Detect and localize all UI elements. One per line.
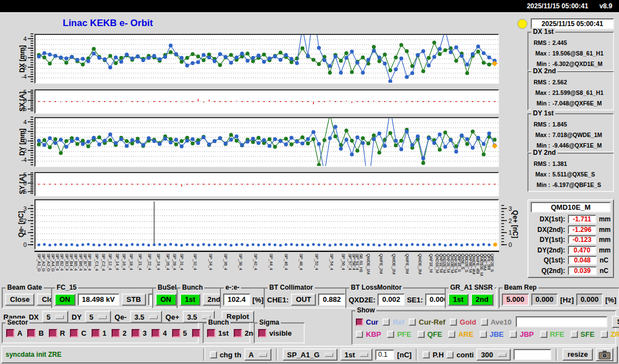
checkbox-icon: [192, 329, 200, 337]
x-tick-label-qwfe-3m: QWFE_3M: [405, 254, 409, 274]
toggle-sector-3[interactable]: 3: [132, 329, 147, 337]
sp-select-option[interactable]: SP_A1_G: [283, 348, 338, 361]
checkbox-icon: [571, 331, 578, 338]
range-dy-option[interactable]: 5: [85, 311, 111, 323]
monitor-title: QMD10E_M: [531, 202, 611, 213]
camera-button[interactable]: [596, 348, 613, 361]
fc-15-stb-button[interactable]: STB: [122, 294, 146, 306]
stats-title: DX 1st: [531, 28, 555, 36]
show-label: Gold: [460, 318, 476, 326]
option-value: SP_A1_G: [287, 351, 320, 359]
toggle-sector-a[interactable]: A: [6, 329, 22, 337]
x-tick-label-sp-26-4: SP_26_4: [165, 254, 170, 270]
toggle-sigma-visible[interactable]: visible: [258, 329, 291, 337]
stat-label: Max :: [531, 48, 550, 59]
toggle-sector-2[interactable]: 2: [112, 329, 127, 337]
show-toggle-ave10[interactable]: Ave10: [481, 318, 512, 326]
toggle-sector-5[interactable]: 5: [172, 329, 187, 337]
beam-gate-close-button[interactable]: Close: [5, 294, 34, 306]
toggle-sector-r[interactable]: R: [49, 329, 65, 337]
resize-button[interactable]: resize: [562, 348, 593, 361]
titlebar-version: v8.9: [600, 2, 612, 10]
x-tick-label-sp-14-4: SP_14_4: [115, 254, 119, 270]
show-label: QFE: [427, 330, 442, 338]
group-title-beam-gate: Beam Gate: [6, 284, 44, 291]
chg-th-option[interactable]: A: [244, 348, 271, 361]
option-value: 5: [47, 313, 51, 321]
busel-on-button[interactable]: ON: [155, 294, 177, 306]
show-label: SFE: [581, 330, 595, 338]
axis-title-dx: DX [mm]: [18, 45, 26, 72]
set-ref-button[interactable]: Set Ref: [612, 316, 619, 328]
show-toggle-gold[interactable]: Gold: [450, 318, 476, 326]
stat-value: -6.197@QBF1E_S: [552, 180, 601, 190]
toggle-sector-4[interactable]: 4: [152, 329, 167, 337]
bt-collimator-out-button[interactable]: OUT: [291, 294, 316, 306]
bunch-1st-button[interactable]: 1st: [180, 294, 200, 306]
stat-label: RMS :: [531, 119, 550, 130]
range-dy-label: DY: [72, 313, 82, 321]
show-toggle-are[interactable]: ARE: [448, 330, 473, 338]
x-tick-label-sp-34-4: SP_34_4: [208, 254, 213, 270]
fc-15-on-button[interactable]: ON: [54, 294, 76, 306]
x-tick-label-sp-31-4: SP_31_4: [179, 254, 184, 270]
stat-value: 5.511@QX5E_S: [552, 169, 595, 180]
sigma-group: Sigmavisible: [254, 322, 305, 343]
show-toggle-cur-ref[interactable]: Cur-Ref: [409, 318, 445, 326]
group-bt-collimator: BT CollimatorCHE1:OUT0.882: [264, 287, 349, 309]
monitor-value: 0.048: [568, 256, 597, 265]
x-tick-label-sp-16-4: SP_16_4: [122, 254, 126, 270]
titlebar-clock: 2025/11/15 05:00:41: [527, 2, 588, 10]
x-tick-label-sp-28-4: SP_28_4: [172, 254, 177, 270]
threshold-field[interactable]: 0.1: [375, 350, 394, 360]
ph-checkbox[interactable]: P.H: [422, 351, 444, 359]
show-toggle-sfe[interactable]: SFE: [571, 330, 595, 338]
toggle-sector-b[interactable]: B: [27, 329, 43, 337]
bunch-select-option[interactable]: 1st: [340, 348, 373, 361]
separator: [203, 348, 205, 361]
show-label: Cur: [366, 318, 378, 326]
show-toggle-ref[interactable]: Ref: [383, 318, 404, 326]
option-value: 300: [481, 351, 493, 359]
check-label: chg th: [220, 351, 241, 359]
show-toggle-jbe[interactable]: JBE: [480, 330, 504, 338]
option-menu-indicator: [360, 353, 368, 357]
checkbox-icon: [422, 351, 430, 358]
x-tick-label-sp-b8-4: SP_B8_4: [87, 254, 92, 270]
option-value: 3.5: [187, 313, 197, 321]
range-qe-option[interactable]: 3.5: [130, 311, 162, 323]
chart-sx: [34, 89, 499, 114]
chg-th-checkbox[interactable]: chg th: [210, 351, 241, 359]
toggle-sector-c[interactable]: C: [70, 329, 86, 337]
show-label: Ave10: [491, 318, 512, 326]
interval-option[interactable]: 300: [476, 348, 511, 361]
conti-checkbox[interactable]: conti: [446, 351, 474, 359]
bt-collimator-value-field: 0.882: [318, 294, 345, 306]
separator: [276, 348, 278, 361]
show-toggle-cur[interactable]: Cur: [356, 318, 378, 326]
show-toggle-zre[interactable]: ZRE: [601, 330, 619, 338]
checkbox-icon: [234, 329, 242, 337]
gr-a1-snsr-1st-button[interactable]: 1st: [448, 294, 469, 306]
stat-value: -7.048@QXF6E_M: [552, 98, 602, 109]
option-value: 3.5: [134, 313, 144, 321]
toggle-bunch-1st[interactable]: 1st: [207, 329, 229, 337]
show-toggle-pfe[interactable]: PFE: [387, 330, 411, 338]
show-toggle-rfe[interactable]: RFE: [540, 330, 565, 338]
gr-a1-snsr-2nd-button[interactable]: 2nd: [471, 294, 494, 306]
show-toggle-kbp[interactable]: KBP: [356, 330, 381, 338]
checkbox-icon: [210, 351, 217, 358]
show-label: PFE: [397, 330, 411, 338]
threshold-unit-label: [nC]: [397, 351, 411, 359]
checkbox-icon: [132, 329, 140, 337]
bunch-group: Bunch1st2nd: [203, 322, 250, 343]
ref-input[interactable]: [516, 316, 607, 327]
show-toggle-qfe[interactable]: QFE: [417, 330, 442, 338]
show-toggle-jbp[interactable]: JBP: [510, 330, 534, 338]
toggle-sector-1[interactable]: 1: [92, 329, 107, 337]
range-dx-option[interactable]: 5: [42, 311, 68, 323]
checkbox-icon: [172, 329, 180, 337]
svg-text:-4: -4: [21, 73, 27, 80]
svg-text:0: 0: [23, 241, 27, 248]
misc-input[interactable]: [514, 349, 551, 360]
